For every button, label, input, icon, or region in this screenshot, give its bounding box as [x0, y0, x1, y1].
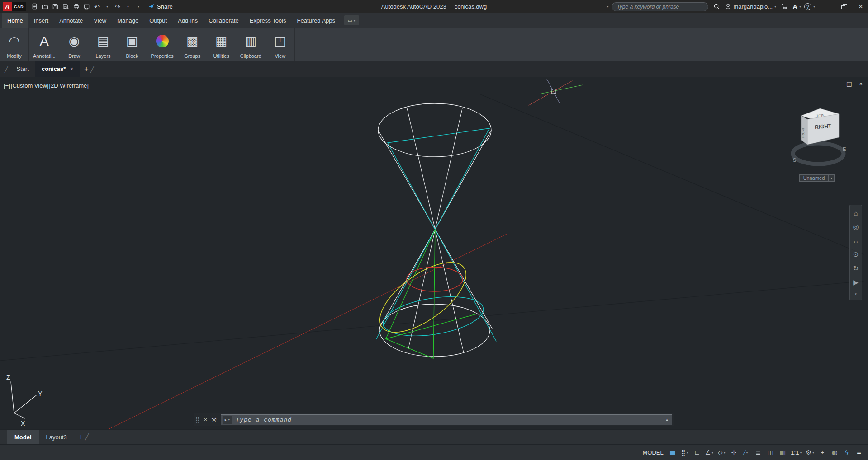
- layout-tab-layout3[interactable]: Layout3: [39, 430, 74, 444]
- viewcube-compass-south[interactable]: S: [793, 157, 796, 163]
- annotation-scale-button[interactable]: 1:1▾: [789, 447, 803, 458]
- tab-output[interactable]: Output: [144, 13, 172, 28]
- tab-view[interactable]: View: [88, 13, 112, 28]
- autocad-logo[interactable]: A CAD: [3, 2, 26, 11]
- pan-button[interactable]: ↔: [853, 237, 859, 244]
- named-view-caret-icon[interactable]: ▾: [829, 174, 835, 182]
- panel-utilities[interactable]: ▦ Utilities: [207, 28, 236, 61]
- viewport-menu-button[interactable]: [−]: [4, 82, 10, 89]
- cyan-section-line[interactable]: [376, 128, 489, 339]
- command-line-close-button[interactable]: ×: [204, 416, 208, 423]
- model-space-viewport[interactable]: Z Y X [−] [Custom View] [2D Wireframe] −…: [0, 77, 868, 429]
- search-input[interactable]: Type a keyword or phrase: [612, 2, 708, 11]
- command-input-placeholder[interactable]: Type a command: [236, 416, 662, 423]
- ucs-y-axis[interactable]: [14, 395, 36, 413]
- viewport-restore-button[interactable]: ◱: [846, 80, 852, 87]
- viewcube-home-button[interactable]: ⌂: [854, 209, 858, 217]
- viewport-visual-style-menu[interactable]: [2D Wireframe]: [49, 82, 88, 89]
- viewport-minimize-button[interactable]: −: [836, 80, 840, 87]
- viewcube-graphic[interactable]: S E TOP FRONT RIGHT: [783, 103, 851, 172]
- annotation-scale-caret-icon[interactable]: ▾: [800, 451, 802, 455]
- polar-caret-icon[interactable]: ▾: [711, 451, 713, 455]
- lineweight-toggle[interactable]: ≣: [753, 447, 764, 458]
- isolate-objects-button[interactable]: ◍: [829, 447, 840, 458]
- customization-menu-button[interactable]: ≡: [854, 447, 864, 458]
- orbit-button[interactable]: ↻: [853, 264, 859, 272]
- workspace-caret-icon[interactable]: ▾: [812, 451, 814, 455]
- search-expand-icon[interactable]: ▸: [607, 5, 608, 9]
- command-history-expand-icon[interactable]: ▴: [666, 417, 668, 422]
- annotation-monitor-toggle[interactable]: +: [817, 447, 828, 458]
- ucs-x-axis[interactable]: [14, 413, 25, 418]
- open-file-button[interactable]: [40, 2, 50, 12]
- panel-view[interactable]: ◳ View: [266, 28, 295, 61]
- window-close-button[interactable]: ×: [854, 0, 868, 13]
- cart-button[interactable]: [779, 2, 789, 12]
- osnap-caret-icon[interactable]: ▾: [746, 451, 748, 455]
- isodraft-caret-icon[interactable]: ▾: [724, 451, 726, 455]
- workspace-switching-button[interactable]: ⚙▾: [804, 447, 816, 458]
- tab-home[interactable]: Home: [2, 13, 28, 28]
- polar-tracking-toggle[interactable]: ∠▾: [704, 447, 715, 458]
- save-as-button[interactable]: [61, 2, 71, 12]
- panel-draw[interactable]: ◉ Draw: [60, 28, 89, 61]
- zoom-button[interactable]: ⊙: [853, 250, 859, 258]
- file-tab-conicas[interactable]: conicas* ×: [35, 61, 80, 77]
- construction-line[interactable]: [0, 281, 863, 361]
- tab-insert[interactable]: Insert: [28, 13, 54, 28]
- selection-cycling-toggle[interactable]: ▥: [777, 447, 788, 458]
- object-snap-toggle[interactable]: ∕▾: [740, 447, 751, 458]
- viewport-close-button[interactable]: ×: [859, 80, 863, 87]
- viewcube-compass-east[interactable]: E: [843, 146, 846, 152]
- cone-bottom-base[interactable]: [379, 304, 490, 357]
- undo-dropdown-caret-icon[interactable]: ▾: [102, 2, 112, 12]
- tab-featured-apps[interactable]: Featured Apps: [291, 13, 341, 28]
- model-space-indicator[interactable]: MODEL: [643, 449, 664, 456]
- search-button[interactable]: [711, 2, 721, 12]
- panel-clipboard[interactable]: ▥ Clipboard: [236, 28, 266, 61]
- tab-manage[interactable]: Manage: [112, 13, 144, 28]
- tab-express-tools[interactable]: Express Tools: [244, 13, 292, 28]
- viewcube[interactable]: S E TOP FRONT RIGHT Unnamed ▾: [783, 103, 851, 182]
- window-minimize-button[interactable]: ─: [818, 0, 833, 13]
- panel-layers[interactable]: ▤ Layers: [89, 28, 118, 61]
- redo-button[interactable]: ↷: [113, 2, 123, 12]
- ortho-mode-toggle[interactable]: ∟: [692, 447, 702, 458]
- panel-groups[interactable]: ▩ Groups: [178, 28, 207, 61]
- undo-button[interactable]: ↶: [92, 2, 102, 12]
- ucs-z-axis[interactable]: [11, 382, 14, 413]
- tab-add-ins[interactable]: Add-ins: [172, 13, 203, 28]
- green-chord[interactable]: [386, 339, 433, 358]
- redo-dropdown-caret-icon[interactable]: ▾: [123, 2, 133, 12]
- panel-annotation[interactable]: A Annotati...: [29, 28, 60, 61]
- command-line-customize-icon[interactable]: ⚒: [211, 416, 217, 423]
- share-button[interactable]: Share: [148, 3, 173, 10]
- new-layout-button[interactable]: +: [79, 430, 83, 444]
- viewport-view-menu[interactable]: [Custom View]: [11, 82, 49, 89]
- ribbon-display-toggle[interactable]: ▭ ▾: [344, 15, 359, 25]
- showmotion-button[interactable]: ▶: [853, 278, 859, 286]
- navigation-wheel-button[interactable]: ◎: [853, 223, 859, 231]
- user-account-menu[interactable]: margaridaplo... ▾: [725, 3, 776, 10]
- help-menu[interactable]: ? ▾: [804, 3, 815, 10]
- autodesk-account-menu[interactable]: A ▾: [792, 3, 801, 10]
- transparency-toggle[interactable]: ◫: [765, 447, 776, 458]
- window-restore-button[interactable]: [836, 0, 850, 13]
- layout-tab-model[interactable]: Model: [7, 430, 39, 444]
- save-button[interactable]: [50, 2, 60, 12]
- viewcube-compass-ring[interactable]: [793, 143, 844, 164]
- drawing-canvas[interactable]: Z Y X: [0, 77, 868, 429]
- plot-button[interactable]: [81, 2, 91, 12]
- new-tab-button[interactable]: +: [84, 61, 89, 77]
- isometric-drafting-toggle[interactable]: ◇▾: [716, 447, 727, 458]
- tab-annotate[interactable]: Annotate: [54, 13, 88, 28]
- command-options-chip[interactable]: ▸ ▾: [223, 416, 232, 424]
- green-section-line[interactable]: [433, 230, 435, 358]
- snap-mode-toggle[interactable]: ⣿▾: [679, 447, 690, 458]
- command-input[interactable]: ▸ ▾ Type a command ▴: [221, 414, 672, 425]
- named-view-box[interactable]: Unnamed: [799, 174, 829, 182]
- print-button[interactable]: [71, 2, 81, 12]
- panel-block[interactable]: ▣ Block: [118, 28, 147, 61]
- snap-caret-icon[interactable]: ▾: [687, 451, 688, 455]
- object-snap-tracking-toggle[interactable]: ⊹: [728, 447, 739, 458]
